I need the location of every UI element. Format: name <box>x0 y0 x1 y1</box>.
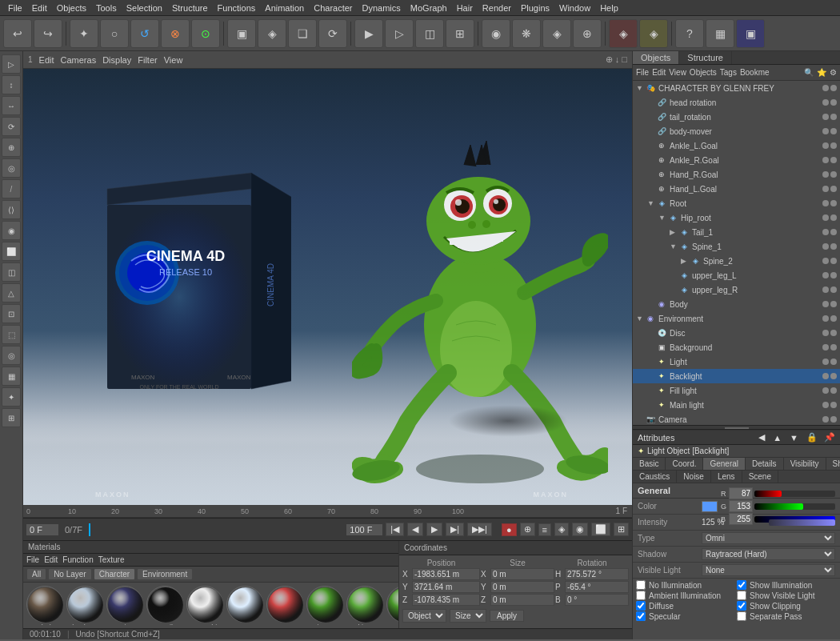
grid-button[interactable]: ⊞ <box>446 19 474 48</box>
attr-tab-noise[interactable]: Noise <box>677 471 711 483</box>
tree-item-ankle_l_goal[interactable]: ⊕Ankle_L.Goal <box>633 138 840 153</box>
tree-item-backlight[interactable]: ✦Backlight <box>633 369 840 383</box>
fx-button[interactable]: ⊕ <box>573 19 602 48</box>
left-tool-add[interactable]: ⊕ <box>2 138 21 157</box>
attr-tab-basic[interactable]: Basic <box>633 458 666 470</box>
left-tool-panel[interactable]: ◫ <box>2 262 21 282</box>
left-tool-move-h[interactable]: ↔ <box>2 96 21 115</box>
attr-tab-shadow[interactable]: Shadow <box>826 458 840 470</box>
tree-item-light[interactable]: ✦Light <box>633 355 840 369</box>
left-tool-rotate[interactable]: ⟳ <box>2 117 21 136</box>
panel-button[interactable]: ◫ <box>415 19 444 48</box>
tree-arrow-character[interactable]: ▼ <box>636 84 644 92</box>
obj-file[interactable]: File <box>636 68 649 77</box>
coord-type-select[interactable]: Size <box>450 609 486 623</box>
mat-tab-environment[interactable]: Environment <box>137 568 193 580</box>
material-item-eye whi[interactable]: eye whi <box>186 586 223 625</box>
cb-diffuse-input[interactable] <box>636 601 646 611</box>
menu-animation[interactable]: Animation <box>260 3 309 13</box>
star-button[interactable]: ❋ <box>512 19 541 48</box>
scale-button[interactable]: ⊗ <box>161 19 190 48</box>
material-item-cornea[interactable]: cornea <box>226 586 263 625</box>
pb-options[interactable]: ⊕ <box>520 523 535 536</box>
left-tool-box[interactable]: ⬚ <box>2 325 21 344</box>
pos-y-input[interactable] <box>412 581 480 593</box>
vp-menu-view[interactable]: View <box>164 55 183 65</box>
attr-tab-coord[interactable]: Coord. <box>666 458 703 470</box>
menu-functions[interactable]: Functions <box>213 3 261 13</box>
left-tool-select[interactable]: ▷ <box>2 54 21 74</box>
left-tool-plus[interactable]: ⊞ <box>2 408 21 427</box>
pb-opts4[interactable]: ◉ <box>572 523 588 536</box>
select-all-button[interactable]: ○ <box>100 19 129 48</box>
menu-help[interactable]: Help <box>595 3 623 13</box>
coord-apply-button[interactable]: Apply <box>490 610 524 622</box>
tree-item-root[interactable]: ▼◈Root <box>633 196 840 210</box>
mat-tab-character[interactable]: Charcter <box>94 568 135 580</box>
cb-show-visible-input[interactable] <box>737 591 746 600</box>
tree-item-hand_l_goal[interactable]: ⊕Hand_L.Goal <box>633 182 840 196</box>
cb-show-illumination-input[interactable] <box>737 580 746 590</box>
g-slider[interactable] <box>754 503 835 510</box>
menu-plugins[interactable]: Plugins <box>516 3 554 13</box>
attr-shadow-select[interactable]: Raytraced (Hard) <box>702 548 835 560</box>
attr-tab-visibility[interactable]: Visibility <box>784 458 826 470</box>
r-slider[interactable] <box>754 491 835 497</box>
layout-button[interactable]: ▣ <box>736 19 765 48</box>
pb-btn-end[interactable]: ▶▶| <box>467 523 492 536</box>
tab-structure[interactable]: Structure <box>679 51 732 64</box>
obj-bookme[interactable]: Bookme <box>740 68 770 77</box>
menu-selection[interactable]: Selection <box>122 3 167 13</box>
tree-arrow-hip_root[interactable]: ▼ <box>658 214 666 222</box>
tree-item-head_rotation[interactable]: 🔗head rotation <box>633 95 840 110</box>
attr-tab-details[interactable]: Details <box>746 458 784 470</box>
vp-menu-filter[interactable]: Filter <box>138 55 157 65</box>
tree-item-fill_light[interactable]: ✦Fill light <box>633 383 840 398</box>
size-x-input[interactable] <box>490 568 554 580</box>
size-z-input[interactable] <box>490 594 554 606</box>
cube-button[interactable]: ▣ <box>227 19 256 48</box>
attr-nav-up[interactable]: ▲ <box>773 433 782 443</box>
cb-no-illumination-input[interactable] <box>636 580 646 590</box>
move-button[interactable]: ⊙ <box>191 19 220 48</box>
vp-menu-cameras[interactable]: Cameras <box>61 55 97 65</box>
size-y-input[interactable] <box>490 581 554 593</box>
left-tool-magnet[interactable]: ⟨⟩ <box>2 200 21 219</box>
intensity-slider[interactable] <box>769 519 836 526</box>
light-button[interactable]: ◉ <box>482 19 510 48</box>
color-preview-swatch[interactable] <box>702 501 718 512</box>
vp-menu-edit[interactable]: Edit <box>39 55 54 65</box>
tree-item-hip_root[interactable]: ▼◈Hip_root <box>633 210 840 225</box>
attr-nav-down[interactable]: ▼ <box>790 433 798 443</box>
tree-item-main_light[interactable]: ✦Main light <box>633 398 840 412</box>
cb-separate-pass-input[interactable] <box>737 611 746 621</box>
pb-opts5[interactable]: ⬜ <box>591 523 610 536</box>
tree-item-environment[interactable]: ▼◉Environment <box>633 311 840 326</box>
timeline-scrub[interactable] <box>89 523 343 536</box>
material-item-backgrc[interactable]: backgrc <box>66 586 103 625</box>
play-button[interactable]: ▶ <box>354 19 383 48</box>
attr-visible-light-select[interactable]: None <box>702 564 835 576</box>
tree-arrow-environment[interactable]: ▼ <box>636 314 644 323</box>
menu-dynamics[interactable]: Dynamics <box>358 3 406 13</box>
redo-button[interactable]: ↪ <box>34 19 62 48</box>
render-active-button[interactable]: ◈ <box>639 19 668 48</box>
pos-x-input[interactable] <box>412 568 480 580</box>
undo-button[interactable]: ↩ <box>3 19 32 48</box>
left-tool-triangle[interactable]: △ <box>2 283 21 302</box>
tree-arrow-tail_1[interactable]: ▶ <box>670 228 678 236</box>
cb-specular-input[interactable] <box>636 611 646 621</box>
left-tool-grid[interactable]: ⊡ <box>2 304 21 323</box>
viewport-scene[interactable]: CINEMA 4D RELEASE 10 CINEMA 4D MAXON MAX… <box>23 69 632 505</box>
material-item-Faded_1[interactable]: Faded_1 <box>26 586 63 625</box>
mat-menu-function[interactable]: Function <box>62 555 93 564</box>
modifier-button[interactable]: ◈ <box>542 19 571 48</box>
left-tool-circle[interactable]: ◎ <box>2 346 21 365</box>
cb-separate-pass[interactable]: Separate Pass <box>737 611 837 621</box>
menu-render[interactable]: Render <box>478 3 516 13</box>
obj-objects[interactable]: Objects <box>690 68 717 77</box>
menu-file[interactable]: File <box>3 3 27 13</box>
tree-item-disc[interactable]: 💿Disc <box>633 326 840 340</box>
mat-menu-texture[interactable]: Texture <box>98 555 125 564</box>
cb-ambient-input[interactable] <box>636 591 646 600</box>
